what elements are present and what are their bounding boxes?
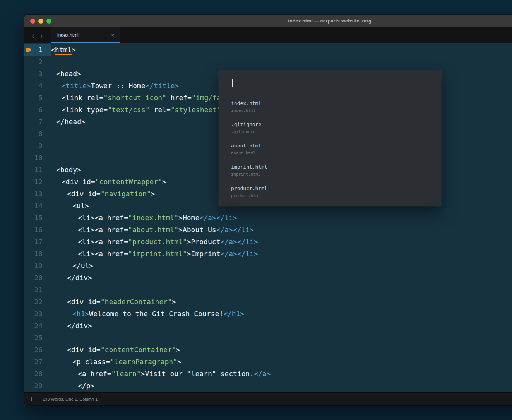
line-number: 19 xyxy=(24,260,51,272)
code-line[interactable]: 23<h1>Welcome to the Git Crash Course!</… xyxy=(24,308,512,320)
status-text: 193 Words, Line 1, Column 1 xyxy=(43,397,98,401)
goto-item[interactable]: product.htmlproduct.html xyxy=(219,182,441,203)
line-number: 20 xyxy=(24,272,51,284)
goto-item-name: index.html xyxy=(231,100,429,106)
line-number: 16 xyxy=(24,224,51,236)
line-number: 2 xyxy=(24,56,51,68)
code-line[interactable]: 2 xyxy=(24,56,512,68)
line-number: 13 xyxy=(24,188,51,200)
line-number: 6 xyxy=(24,104,51,116)
code-line[interactable]: 18<li><a href="imprint.html">Imprint</a>… xyxy=(24,248,512,260)
goto-item[interactable]: imprint.htmlimprint.html xyxy=(219,160,441,182)
line-number: 17 xyxy=(24,236,51,248)
line-number: 10 xyxy=(24,152,51,164)
line-number: 1 xyxy=(24,44,51,56)
goto-item-path: imprint.html xyxy=(231,172,429,177)
text-cursor xyxy=(232,79,233,87)
code-line[interactable]: 24</div> xyxy=(24,320,512,332)
close-window-button[interactable] xyxy=(30,19,35,24)
bookmark-icon xyxy=(26,48,31,52)
goto-list: index.htmlindex.html.gitignore.gitignore… xyxy=(219,96,441,203)
goto-item-path: .gitignore xyxy=(231,129,429,134)
goto-item[interactable]: index.htmlindex.html xyxy=(219,96,441,118)
goto-item[interactable]: about.htmlabout.html xyxy=(219,139,441,160)
line-number: 21 xyxy=(24,284,51,296)
code-line[interactable]: 26<div id="contentContainer"> xyxy=(24,344,512,356)
goto-item-name: product.html xyxy=(231,185,429,192)
line-number: 11 xyxy=(24,164,51,176)
tab-close-icon[interactable]: × xyxy=(110,32,115,39)
line-number: 24 xyxy=(24,320,51,332)
code-line[interactable]: 17<li><a href="product.html">Product</a>… xyxy=(24,236,512,248)
code-line[interactable]: 21 xyxy=(24,284,512,296)
code-line[interactable]: 15<li><a href="index.html">Home</a></li> xyxy=(24,212,512,224)
statusbar: 193 Words, Line 1, Column 1 xyxy=(24,392,512,405)
editor-window: index.html — carparts-website_orig ‹ › i… xyxy=(24,15,512,405)
code-line[interactable]: 29</p> xyxy=(24,380,512,392)
line-number: 25 xyxy=(24,332,51,344)
line-number: 22 xyxy=(24,296,51,308)
code-line[interactable]: 25 xyxy=(24,332,512,344)
line-number: 7 xyxy=(24,116,51,128)
line-number: 27 xyxy=(24,356,51,368)
line-number: 28 xyxy=(24,368,51,380)
line-number: 14 xyxy=(24,200,51,212)
line-number: 23 xyxy=(24,308,51,320)
goto-item-name: .gitignore xyxy=(231,122,429,128)
desktop: index.html — carparts-website_orig ‹ › i… xyxy=(0,0,512,420)
line-number: 3 xyxy=(24,68,51,80)
tab-index-html[interactable]: index.html × xyxy=(51,27,120,43)
code-line[interactable]: 1<html> xyxy=(24,44,512,56)
line-number: 4 xyxy=(24,80,51,92)
window-title: index.html — carparts-website_orig xyxy=(288,18,371,24)
code-line[interactable]: 28<a href="learn">Visit our "learn" sect… xyxy=(24,368,512,380)
titlebar[interactable]: index.html — carparts-website_orig xyxy=(24,15,512,27)
zoom-window-button[interactable] xyxy=(46,19,51,24)
forward-icon[interactable]: › xyxy=(39,32,43,39)
goto-anything-panel: index.htmlindex.html.gitignore.gitignore… xyxy=(219,70,441,206)
line-number: 18 xyxy=(24,248,51,260)
code-line[interactable]: 19</ul> xyxy=(24,260,512,272)
tab-nav-arrows: ‹ › xyxy=(31,27,44,43)
code-line[interactable]: 16<li><a href="about.html">About Us</a><… xyxy=(24,224,512,236)
goto-search-input[interactable] xyxy=(231,77,429,93)
tabbar: ‹ › index.html × xyxy=(24,27,512,43)
goto-item-name: about.html xyxy=(231,143,429,149)
back-icon[interactable]: ‹ xyxy=(31,32,35,39)
goto-item-path: index.html xyxy=(231,108,429,113)
line-number: 26 xyxy=(24,344,51,356)
line-number: 15 xyxy=(24,212,51,224)
traffic-lights xyxy=(30,15,51,27)
goto-item-path: about.html xyxy=(231,151,429,156)
line-number: 8 xyxy=(24,128,51,140)
line-number: 12 xyxy=(24,176,51,188)
tab-label: index.html xyxy=(57,33,110,38)
vintage-mode-icon xyxy=(27,397,32,401)
goto-item-path: product.html xyxy=(231,193,429,198)
line-number: 5 xyxy=(24,92,51,104)
code-line[interactable]: 27<p class="learnParagraph"> xyxy=(24,356,512,368)
code-editor[interactable]: 1<html>23<head>4<title>Tower :: Home</ti… xyxy=(24,43,512,392)
goto-item[interactable]: .gitignore.gitignore xyxy=(219,118,441,139)
code-line[interactable]: 20</div> xyxy=(24,272,512,284)
line-number: 29 xyxy=(24,380,51,392)
code-line[interactable]: 22<div id="headerContainer"> xyxy=(24,296,512,308)
goto-item-name: imprint.html xyxy=(231,164,429,170)
minimize-window-button[interactable] xyxy=(38,19,43,24)
line-number: 9 xyxy=(24,140,51,152)
